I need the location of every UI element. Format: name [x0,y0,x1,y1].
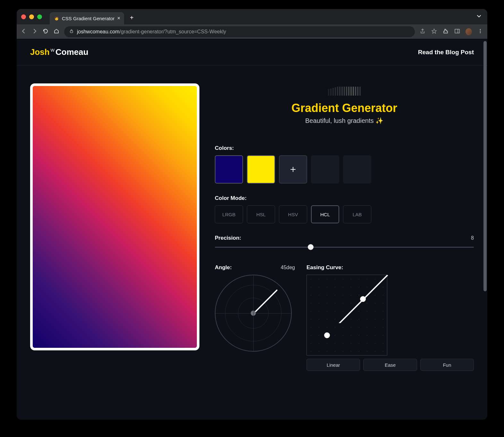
mode-hsl[interactable]: HSL [247,205,275,223]
preset-linear[interactable]: Linear [307,359,360,371]
easing-curve-line [307,275,403,323]
logo-last: Comeau [55,47,88,57]
easing-presets: Linear Ease Fun [307,359,474,371]
easing-curve-editor[interactable] [307,275,387,356]
bookmark-icon[interactable] [431,28,437,35]
main-content: Gradient Generator Beautiful, lush gradi… [17,65,487,420]
angle-label-text: Angle: [215,264,232,271]
home-button[interactable] [53,28,60,35]
gradient-preview [30,83,199,350]
color-mode-label: Color Mode: [215,195,474,201]
preset-fun[interactable]: Fun [420,359,474,371]
angle-value: 45deg [281,265,295,270]
precision-label: Precision: 8 [215,235,474,241]
reload-button[interactable] [42,28,49,35]
color-slot-empty [311,155,339,184]
url-input[interactable]: joshwcomeau.com/gradient-generator/?utm_… [64,26,415,37]
new-tab-button[interactable]: + [130,14,134,21]
controls-column: Gradient Generator Beautiful, lush gradi… [215,83,474,407]
maximize-window-button[interactable] [37,14,42,19]
preset-ease[interactable]: Ease [363,359,417,371]
colors-label: Colors: [215,145,474,151]
color-swatch-2[interactable] [247,155,275,184]
mode-lrgb[interactable]: LRGB [215,205,243,223]
angle-label: Angle: 45deg [215,264,295,271]
precision-value: 8 [471,235,474,241]
close-tab-icon[interactable]: × [117,15,120,21]
svg-point-4 [480,30,481,31]
page-scrollbar[interactable] [483,39,487,420]
toolbar-right [419,28,483,35]
color-slot-empty [343,155,371,184]
easing-label: Easing Curve: [307,264,474,271]
tab-strip: 🧑 CSS Gradient Generator × + [17,9,487,24]
svg-point-5 [480,32,481,33]
page-title: Gradient Generator [215,101,474,115]
forward-button[interactable] [31,28,38,35]
color-mode-group: LRGB HSL HSV HCL LAB [215,205,474,223]
angle-dial[interactable] [215,275,292,352]
mode-lab[interactable]: LAB [343,205,371,223]
favicon-icon: 🧑 [54,15,59,21]
url-text: joshwcomeau.com/gradient-generator/?utm_… [77,29,226,35]
svg-point-3 [480,29,481,30]
address-bar: joshwcomeau.com/gradient-generator/?utm_… [17,24,487,39]
precision-label-text: Precision: [215,235,241,241]
beta-decoration [215,87,474,96]
mode-hsv[interactable]: HSV [279,205,307,223]
logo-first: Josh [30,47,50,57]
blog-post-link[interactable]: Read the Blog Post [418,49,474,56]
angle-center-dot [251,311,256,316]
slider-thumb[interactable] [308,244,314,250]
browser-window: 🧑 CSS Gradient Generator × + joshwcomeau… [17,9,487,420]
beta-bars-icon [328,87,361,96]
logo-w: W [51,48,55,53]
close-window-button[interactable] [21,14,26,19]
extensions-icon[interactable] [442,28,449,35]
profile-avatar[interactable] [466,28,472,35]
add-color-button[interactable] [279,155,307,184]
svg-rect-0 [70,31,73,33]
menu-icon[interactable] [477,29,483,35]
color-swatches [215,155,474,184]
tab-overflow-icon[interactable] [476,13,482,20]
site-logo[interactable]: Josh W Comeau [30,47,88,57]
sidepanel-icon[interactable] [454,28,460,35]
minimize-window-button[interactable] [29,14,34,19]
page-content: Josh W Comeau Read the Blog Post [17,39,487,420]
window-controls [21,14,42,19]
page-subtitle: Beautiful, lush gradients ✨ [215,117,474,124]
back-button[interactable] [21,28,27,35]
svg-rect-1 [455,29,459,33]
easing-handle-2[interactable] [360,296,366,302]
mode-hcl[interactable]: HCL [311,205,339,223]
svg-line-6 [307,275,388,323]
precision-slider[interactable] [215,245,474,249]
tab-title: CSS Gradient Generator [62,16,114,21]
slider-track [215,247,474,248]
lock-icon [69,29,74,35]
browser-tab[interactable]: 🧑 CSS Gradient Generator × [50,12,124,24]
site-header: Josh W Comeau Read the Blog Post [17,39,487,65]
color-swatch-1[interactable] [215,155,243,184]
easing-handle-1[interactable] [324,332,330,338]
share-icon[interactable] [419,28,426,35]
scrollbar-thumb[interactable] [483,41,487,291]
